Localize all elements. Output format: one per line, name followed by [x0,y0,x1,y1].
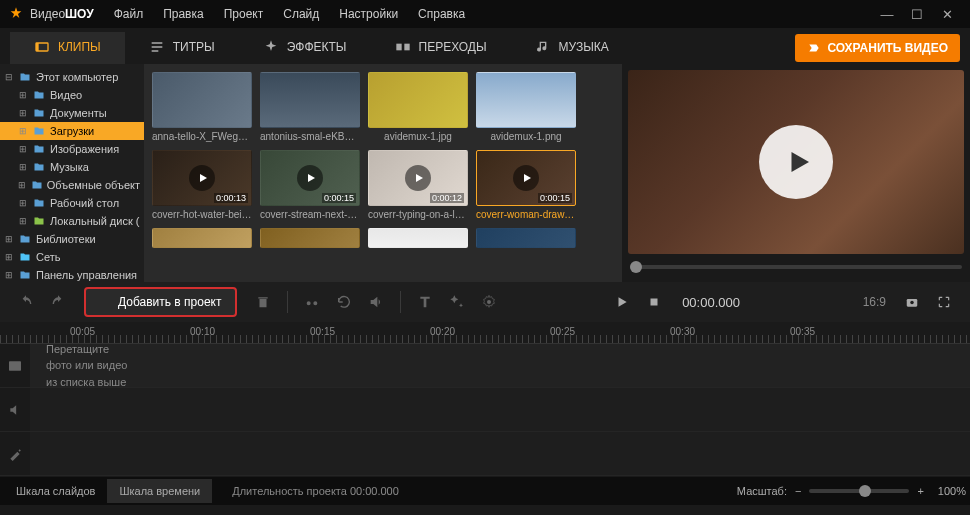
timeline: 00:0500:1000:1500:2000:2500:3000:35 Пере… [0,322,970,477]
media-thumbnail[interactable] [260,228,360,248]
seek-thumb[interactable] [630,261,642,273]
media-thumbnail[interactable] [476,228,576,248]
tree-item[interactable]: ⊞Объемные объект [0,176,144,194]
media-thumbnail[interactable]: 0:00:12coverr-typing-on-a-laptop... [368,150,468,220]
drop-placeholder: Перетащите фото или видео из списка выше [46,341,127,391]
tab-label: МУЗЫКА [559,40,609,54]
zoom-thumb[interactable] [859,485,871,497]
zoom-in-button[interactable]: + [917,485,923,497]
tree-toggle[interactable]: ⊞ [4,234,14,244]
media-thumbnail[interactable]: 0:00:15coverr-woman-drawing-in-... [476,150,576,220]
play-button[interactable] [759,125,833,199]
ruler-tick: 00:30 [670,326,695,337]
timeline-stop-button[interactable] [640,288,668,316]
tree-toggle[interactable]: ⊞ [4,270,14,280]
tab-icon [34,39,50,55]
save-video-button[interactable]: СОХРАНИТЬ ВИДЕО [795,34,960,62]
zoom-out-button[interactable]: − [795,485,801,497]
menu-справка[interactable]: Справка [408,1,475,27]
add-to-project-button[interactable]: Добавить в проект [84,287,237,317]
tab-титры[interactable]: ТИТРЫ [125,32,239,64]
cut-button[interactable] [298,288,326,316]
settings-button[interactable] [475,288,503,316]
thumb-label: antonius-smal-eKB0NmlUe... [260,131,360,142]
tree-toggle[interactable]: ⊟ [4,72,14,82]
tree-toggle[interactable]: ⊞ [18,126,28,136]
play-icon [297,165,323,191]
media-thumbnail[interactable]: anna-tello-X_FWega1EU0-... [152,72,252,142]
tree-item[interactable]: ⊞Документы [0,104,144,122]
volume-button[interactable] [362,288,390,316]
tree-item[interactable]: ⊞Локальный диск ( [0,212,144,230]
preview-seek-slider[interactable] [628,258,964,276]
thumb-label: anna-tello-X_FWega1EU0-... [152,131,252,142]
menu-правка[interactable]: Правка [153,1,214,27]
add-to-project-label: Добавить в проект [118,295,221,309]
tree-item[interactable]: ⊞Загрузки [0,122,144,140]
app-title-2: ШОУ [65,7,94,21]
tree-item[interactable]: ⊞Изображения [0,140,144,158]
slides-view-tab[interactable]: Шкала слайдов [4,479,107,503]
tree-item[interactable]: ⊞Рабочий стол [0,194,144,212]
menu-проект[interactable]: Проект [214,1,274,27]
tree-item[interactable]: ⊞Сеть [0,248,144,266]
folder-icon [32,160,46,174]
zoom-slider[interactable] [809,489,909,493]
duration-badge: 0:00:15 [322,193,356,203]
tree-toggle[interactable]: ⊞ [4,252,14,262]
tree-label: Видео [50,89,82,101]
effects-button[interactable] [443,288,471,316]
video-track[interactable]: Перетащите фото или видео из списка выше [0,344,970,388]
media-thumbnail[interactable] [368,228,468,248]
tree-toggle[interactable]: ⊞ [18,216,28,226]
duration-badge: 0:00:12 [430,193,464,203]
preview-video[interactable] [628,70,964,254]
text-button[interactable] [411,288,439,316]
tree-toggle[interactable]: ⊞ [18,198,28,208]
media-thumbnail[interactable]: avidemux-1.jpg [368,72,468,142]
zoom-controls: Масштаб: − + 100% [737,485,966,497]
tab-эффекты[interactable]: ЭФФЕКТЫ [239,32,371,64]
tree-toggle[interactable]: ⊞ [18,144,28,154]
tree-item[interactable]: ⊞Панель управления [0,266,144,282]
menu-файл[interactable]: Файл [104,1,154,27]
delete-button[interactable] [249,288,277,316]
project-duration: Длительность проекта 00:00.000 [232,485,399,497]
tab-переходы[interactable]: ПЕРЕХОДЫ [371,32,511,64]
ruler-tick: 00:35 [790,326,815,337]
media-thumbnail[interactable]: avidemux-1.png [476,72,576,142]
tab-клипы[interactable]: КЛИПЫ [10,32,125,64]
rotate-button[interactable] [330,288,358,316]
timeline-view-tab[interactable]: Шкала времени [107,479,212,503]
minimize-button[interactable]: — [878,7,896,22]
svg-point-4 [487,300,491,304]
menu-слайд[interactable]: Слайд [273,1,329,27]
media-thumbnail[interactable]: 0:00:15coverr-stream-next-to-the... [260,150,360,220]
tree-item[interactable]: ⊞Библиотеки [0,230,144,248]
timeline-play-button[interactable] [608,288,636,316]
tree-toggle[interactable]: ⊞ [18,108,28,118]
maximize-button[interactable]: ☐ [908,7,926,22]
tree-toggle[interactable]: ⊞ [18,90,28,100]
timecode: 00:00.000 [682,295,740,310]
tab-музыка[interactable]: МУЗЫКА [511,32,633,64]
fullscreen-button[interactable] [930,288,958,316]
tree-toggle[interactable]: ⊞ [18,180,27,190]
snapshot-button[interactable] [898,288,926,316]
media-thumbnail[interactable]: 0:00:13coverr-hot-water-being-p... [152,150,252,220]
audio-track[interactable] [0,388,970,432]
media-thumbnail[interactable]: antonius-smal-eKB0NmlUe... [260,72,360,142]
menu-настройки[interactable]: Настройки [329,1,408,27]
close-button[interactable]: ✕ [938,7,956,22]
tree-toggle[interactable]: ⊞ [18,162,28,172]
undo-button[interactable] [12,288,40,316]
media-thumbnail[interactable] [152,228,252,248]
fx-track[interactable] [0,432,970,476]
timeline-ruler[interactable]: 00:0500:1000:1500:2000:2500:3000:35 [0,322,970,344]
tree-item[interactable]: ⊞Музыка [0,158,144,176]
tree-item[interactable]: ⊞Видео [0,86,144,104]
redo-button[interactable] [44,288,72,316]
aspect-ratio[interactable]: 16:9 [863,295,886,309]
tree-item[interactable]: ⊟Этот компьютер [0,68,144,86]
thumb-label: avidemux-1.png [476,131,576,142]
